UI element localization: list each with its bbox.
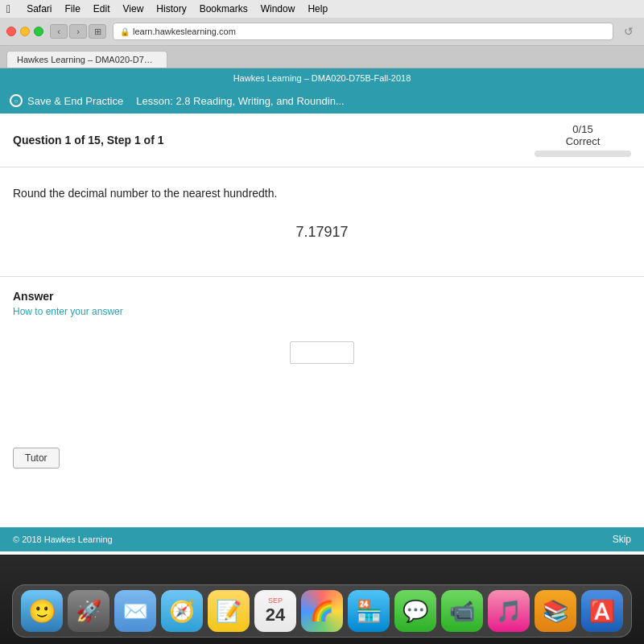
footer-copyright: © 2018 Hawkes Learning [13, 535, 113, 544]
traffic-lights [6, 27, 43, 36]
dock-facetime[interactable]: 📹 [441, 590, 483, 632]
answer-label: Answer [13, 290, 631, 303]
save-icon: ○ [10, 94, 23, 107]
fullscreen-button[interactable] [34, 27, 43, 36]
tutor-button[interactable]: Tutor [13, 448, 60, 469]
answer-input-area [13, 341, 631, 364]
hawkes-toolbar: ○ Save & End Practice Lesson: 2.8 Readin… [0, 88, 644, 114]
question-text: Round the decimal number to the nearest … [13, 187, 631, 200]
answer-section: Answer How to enter your answer [0, 277, 644, 438]
score-value: 0/15 [535, 123, 631, 135]
tab-bar: Hawkes Learning – DMA020-D75B-Fall-2018 [0, 46, 644, 68]
dock-finder[interactable]: 🙂 [21, 590, 63, 632]
score-box: 0/15 Correct [535, 123, 631, 157]
menu-help[interactable]: Help [308, 3, 328, 14]
reload-button[interactable]: ↺ [620, 23, 638, 40]
forward-button[interactable]: › [69, 24, 87, 39]
menu-window[interactable]: Window [261, 3, 295, 14]
score-bar [535, 151, 631, 157]
reader-button[interactable]: ⊞ [89, 24, 106, 39]
save-end-button[interactable]: ○ Save & End Practice [10, 94, 123, 107]
dock-launchpad[interactable]: 🚀 [68, 590, 109, 632]
lesson-title: Lesson: 2.8 Reading, Writing, and Roundi… [136, 95, 344, 107]
dock: 🙂 🚀 ✉️ 🧭 📝 SEP 24 🌈 🏪 💬 📹 [12, 584, 632, 638]
hawkes-page-header: Hawkes Learning – DMA020-D75B-Fall-2018 [0, 68, 644, 88]
answer-input[interactable] [290, 341, 354, 364]
back-button[interactable]: ‹ [50, 24, 68, 39]
dock-area: 🙂 🚀 ✉️ 🧭 📝 SEP 24 🌈 🏪 💬 📹 [0, 555, 644, 644]
address-bar[interactable]: 🔒 learn.hawkeslearning.com [113, 23, 613, 40]
hawkes-page-title: Hawkes Learning – DMA020-D75B-Fall-2018 [233, 73, 411, 83]
apple-menu[interactable]:  [6, 2, 10, 15]
menu-view[interactable]: View [123, 3, 144, 14]
question-info: Question 1 of 15, Step 1 of 1 [13, 134, 163, 147]
how-to-link[interactable]: How to enter your answer [13, 306, 631, 317]
save-end-label: Save & End Practice [27, 95, 123, 107]
page-wrapper: Hawkes Learning – DMA020-D75B-Fall-2018 … [0, 68, 644, 555]
dock-photos[interactable]: 🌈 [301, 590, 343, 632]
browser-chrome: ‹ › ⊞ 🔒 learn.hawkeslearning.com ↺ [0, 18, 644, 46]
dock-messages[interactable]: 💬 [394, 590, 436, 632]
correct-label: Correct [535, 135, 631, 147]
hawkes-footer: © 2018 Hawkes Learning Skip [0, 527, 644, 551]
menu-edit[interactable]: Edit [93, 3, 110, 14]
browser-content: Hawkes Learning – DMA020-D75B-Fall-2018 … [0, 68, 644, 555]
dock-ibooks[interactable]: 📚 [535, 590, 576, 632]
question-body: Round the decimal number to the nearest … [0, 167, 644, 277]
close-button[interactable] [6, 27, 16, 36]
dock-itunes[interactable]: 🎵 [488, 590, 530, 632]
dock-mail[interactable]: ✉️ [114, 590, 156, 632]
dock-appstore[interactable]: 🏪 [348, 590, 390, 632]
browser-tab[interactable]: Hawkes Learning – DMA020-D75B-Fall-2018 [6, 51, 167, 68]
dock-calendar[interactable]: SEP 24 [254, 590, 296, 632]
menu-bar:  Safari File Edit View History Bookmark… [0, 0, 644, 18]
dock-notes[interactable]: 📝 [208, 590, 250, 632]
menu-file[interactable]: File [64, 3, 80, 14]
nav-buttons: ‹ › ⊞ [50, 24, 106, 39]
menu-history[interactable]: History [156, 3, 186, 14]
menu-bookmarks[interactable]: Bookmarks [200, 3, 248, 14]
decimal-number: 7.17917 [13, 224, 631, 241]
dock-safari[interactable]: 🧭 [161, 590, 203, 632]
dock-app2[interactable]: 🅰️ [581, 590, 623, 632]
menu-safari[interactable]: Safari [27, 3, 52, 14]
skip-button[interactable]: Skip [613, 534, 631, 545]
question-header: Question 1 of 15, Step 1 of 1 0/15 Corre… [0, 114, 644, 167]
url-text: learn.hawkeslearning.com [133, 27, 236, 36]
minimize-button[interactable] [20, 27, 30, 36]
lock-icon: 🔒 [120, 27, 130, 36]
